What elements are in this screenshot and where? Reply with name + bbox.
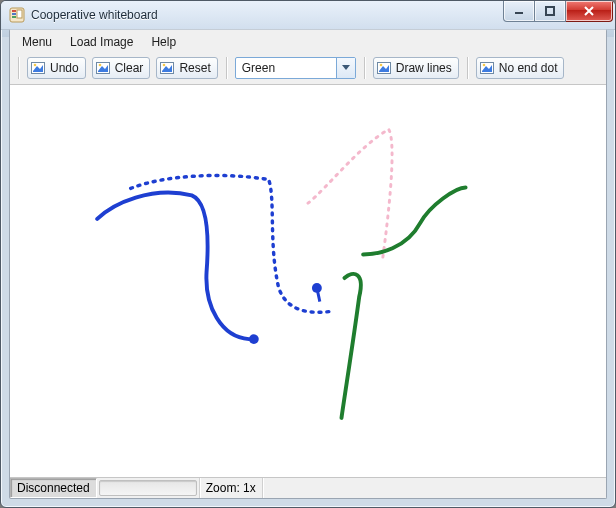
svg-rect-4 xyxy=(17,10,22,18)
separator xyxy=(467,57,468,79)
undo-label: Undo xyxy=(50,61,79,75)
close-icon xyxy=(583,6,595,16)
separator xyxy=(364,57,365,79)
zoom-status: Zoom: 1x xyxy=(200,478,263,498)
connection-status: Disconnected xyxy=(10,478,97,498)
svg-rect-6 xyxy=(546,7,554,15)
svg-point-9 xyxy=(34,64,37,67)
menu-main[interactable]: Menu xyxy=(14,33,60,51)
separator xyxy=(226,57,227,79)
svg-point-22 xyxy=(482,64,485,67)
undo-button[interactable]: Undo xyxy=(27,57,86,79)
menu-help[interactable]: Help xyxy=(143,33,184,51)
stroke-blue-dotted xyxy=(131,175,330,312)
client-area: Menu Load Image Help Undo Clear xyxy=(9,29,607,499)
color-combobox[interactable]: Green xyxy=(235,57,356,79)
statusbar: Disconnected Zoom: 1x xyxy=(10,478,606,498)
progress-bar xyxy=(99,480,197,496)
chevron-down-icon xyxy=(336,58,355,78)
separator xyxy=(18,57,19,79)
maximize-button[interactable] xyxy=(535,1,566,22)
reset-button[interactable]: Reset xyxy=(156,57,217,79)
picture-icon xyxy=(159,60,175,76)
clear-button[interactable]: Clear xyxy=(92,57,151,79)
stroke-green-right xyxy=(363,187,465,254)
svg-rect-5 xyxy=(515,12,523,14)
svg-marker-16 xyxy=(342,65,350,70)
svg-point-15 xyxy=(163,64,166,67)
drawing-canvas[interactable] xyxy=(10,84,606,478)
svg-rect-1 xyxy=(12,10,16,12)
app-window: Cooperative whiteboard Menu Load Image H… xyxy=(0,0,616,508)
stroke-blue-enddot xyxy=(249,334,259,344)
picture-icon xyxy=(95,60,111,76)
svg-point-19 xyxy=(379,64,382,67)
picture-icon xyxy=(479,60,495,76)
minimize-button[interactable] xyxy=(503,1,535,22)
stroke-blue-solid xyxy=(97,192,249,339)
menu-load-image[interactable]: Load Image xyxy=(62,33,141,51)
strokes xyxy=(10,85,606,477)
svg-rect-2 xyxy=(12,13,16,15)
reset-label: Reset xyxy=(179,61,210,75)
no-end-dot-label: No end dot xyxy=(499,61,558,75)
clear-label: Clear xyxy=(115,61,144,75)
svg-rect-3 xyxy=(12,16,16,18)
svg-point-12 xyxy=(98,64,101,67)
minimize-icon xyxy=(514,6,524,16)
close-button[interactable] xyxy=(566,1,613,22)
titlebar[interactable]: Cooperative whiteboard xyxy=(1,1,615,30)
draw-lines-button[interactable]: Draw lines xyxy=(373,57,459,79)
window-title: Cooperative whiteboard xyxy=(31,8,158,22)
draw-lines-label: Draw lines xyxy=(396,61,452,75)
picture-icon xyxy=(30,60,46,76)
stroke-pink-dotted xyxy=(308,129,392,257)
menubar: Menu Load Image Help xyxy=(10,30,606,54)
maximize-icon xyxy=(545,6,555,16)
no-end-dot-button[interactable]: No end dot xyxy=(476,57,565,79)
picture-icon xyxy=(376,60,392,76)
color-selected: Green xyxy=(236,58,336,78)
caption-buttons xyxy=(503,1,613,22)
stroke-green-center xyxy=(341,274,360,418)
form-icon xyxy=(9,7,25,23)
progress-panel xyxy=(97,478,200,498)
toolbar: Undo Clear Reset Green xyxy=(10,54,606,84)
